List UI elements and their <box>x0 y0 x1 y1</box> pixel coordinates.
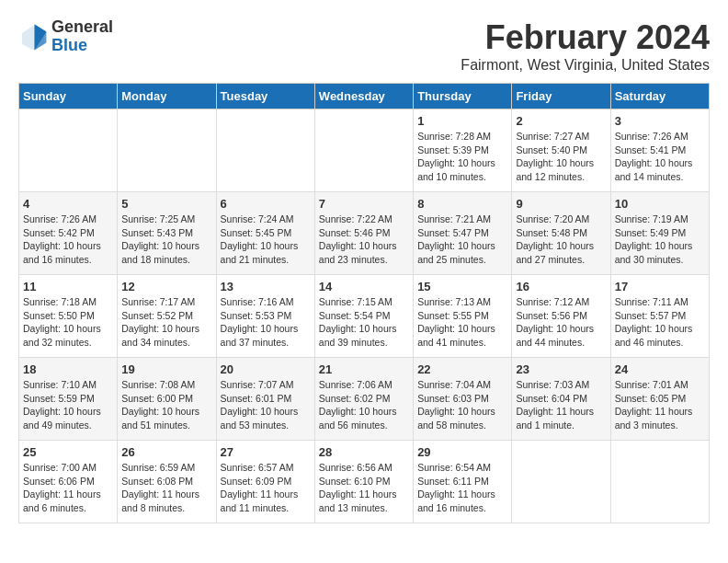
calendar-day-cell <box>610 441 709 523</box>
day-number: 13 <box>221 280 311 293</box>
day-info: Sunrise: 7:19 AMSunset: 5:49 PMDaylight:… <box>615 213 705 267</box>
day-info: Sunrise: 7:03 AMSunset: 6:04 PMDaylight:… <box>516 378 606 432</box>
calendar-day-cell <box>216 109 314 192</box>
calendar-day-cell <box>118 109 216 192</box>
page-header: General Blue February 2024 Fairmont, Wes… <box>18 18 710 74</box>
day-info: Sunrise: 7:10 AMSunset: 5:59 PMDaylight:… <box>23 378 113 432</box>
day-info: Sunrise: 7:08 AMSunset: 6:00 PMDaylight:… <box>121 378 211 432</box>
day-header: Friday <box>512 84 610 109</box>
day-number: 21 <box>319 362 409 376</box>
calendar-day-cell: 10Sunrise: 7:19 AMSunset: 5:49 PMDayligh… <box>610 192 709 275</box>
day-number: 17 <box>615 280 705 293</box>
day-number: 5 <box>121 197 211 211</box>
calendar-day-cell: 8Sunrise: 7:21 AMSunset: 5:47 PMDaylight… <box>414 192 512 275</box>
day-number: 15 <box>417 280 507 293</box>
day-info: Sunrise: 7:13 AMSunset: 5:55 PMDaylight:… <box>417 295 507 350</box>
day-info: Sunrise: 7:07 AMSunset: 6:01 PMDaylight:… <box>221 378 311 432</box>
day-number: 19 <box>121 362 211 376</box>
calendar-day-cell: 27Sunrise: 6:57 AMSunset: 6:09 PMDayligh… <box>216 441 314 523</box>
logo-icon <box>18 22 48 52</box>
day-info: Sunrise: 7:28 AMSunset: 5:39 PMDaylight:… <box>417 130 507 184</box>
day-info: Sunrise: 7:22 AMSunset: 5:46 PMDaylight:… <box>319 213 409 267</box>
calendar-day-cell: 21Sunrise: 7:06 AMSunset: 6:02 PMDayligh… <box>314 358 413 441</box>
calendar-day-cell <box>512 441 610 523</box>
day-info: Sunrise: 7:26 AMSunset: 5:42 PMDaylight:… <box>23 213 113 267</box>
day-number: 9 <box>516 197 606 211</box>
calendar-day-cell: 7Sunrise: 7:22 AMSunset: 5:46 PMDaylight… <box>314 192 413 275</box>
day-number: 27 <box>221 445 311 459</box>
calendar-day-cell: 25Sunrise: 7:00 AMSunset: 6:06 PMDayligh… <box>19 441 118 523</box>
day-number: 12 <box>121 280 211 293</box>
day-number: 26 <box>121 445 211 459</box>
calendar-day-cell <box>314 109 413 192</box>
calendar-day-cell: 23Sunrise: 7:03 AMSunset: 6:04 PMDayligh… <box>512 358 610 441</box>
day-info: Sunrise: 7:20 AMSunset: 5:48 PMDaylight:… <box>516 213 606 267</box>
month-title: February 2024 <box>461 18 710 57</box>
day-number: 28 <box>319 445 409 459</box>
calendar-day-cell: 3Sunrise: 7:26 AMSunset: 5:41 PMDaylight… <box>610 109 709 192</box>
calendar-day-cell: 11Sunrise: 7:18 AMSunset: 5:50 PMDayligh… <box>19 275 118 358</box>
location: Fairmont, West Virginia, United States <box>461 57 710 74</box>
day-info: Sunrise: 7:15 AMSunset: 5:54 PMDaylight:… <box>319 295 409 350</box>
day-header: Sunday <box>19 84 118 109</box>
day-number: 10 <box>615 197 705 211</box>
day-header: Monday <box>118 84 216 109</box>
day-number: 7 <box>319 197 409 211</box>
day-info: Sunrise: 7:06 AMSunset: 6:02 PMDaylight:… <box>319 378 409 432</box>
calendar-day-cell: 18Sunrise: 7:10 AMSunset: 5:59 PMDayligh… <box>19 358 118 441</box>
day-info: Sunrise: 7:12 AMSunset: 5:56 PMDaylight:… <box>516 295 606 350</box>
logo-text: General Blue <box>51 18 113 55</box>
day-info: Sunrise: 7:16 AMSunset: 5:53 PMDaylight:… <box>221 295 311 350</box>
calendar-day-cell: 19Sunrise: 7:08 AMSunset: 6:00 PMDayligh… <box>118 358 216 441</box>
calendar-table: SundayMondayTuesdayWednesdayThursdayFrid… <box>18 83 710 523</box>
calendar-day-cell: 20Sunrise: 7:07 AMSunset: 6:01 PMDayligh… <box>216 358 314 441</box>
calendar-day-cell: 16Sunrise: 7:12 AMSunset: 5:56 PMDayligh… <box>512 275 610 358</box>
calendar-day-cell: 28Sunrise: 6:56 AMSunset: 6:10 PMDayligh… <box>314 441 413 523</box>
day-header: Thursday <box>414 84 512 109</box>
day-number: 23 <box>516 362 606 376</box>
day-header: Tuesday <box>216 84 314 109</box>
day-info: Sunrise: 6:59 AMSunset: 6:08 PMDaylight:… <box>121 461 211 515</box>
day-number: 29 <box>417 445 507 459</box>
day-info: Sunrise: 7:27 AMSunset: 5:40 PMDaylight:… <box>516 130 606 184</box>
calendar-day-cell: 9Sunrise: 7:20 AMSunset: 5:48 PMDaylight… <box>512 192 610 275</box>
logo: General Blue <box>18 18 113 55</box>
day-info: Sunrise: 7:24 AMSunset: 5:45 PMDaylight:… <box>221 213 311 267</box>
day-header: Wednesday <box>314 84 413 109</box>
calendar-day-cell: 24Sunrise: 7:01 AMSunset: 6:05 PMDayligh… <box>610 358 709 441</box>
calendar-day-cell <box>19 109 118 192</box>
day-number: 16 <box>516 280 606 293</box>
day-info: Sunrise: 7:26 AMSunset: 5:41 PMDaylight:… <box>615 130 705 184</box>
calendar-day-cell: 6Sunrise: 7:24 AMSunset: 5:45 PMDaylight… <box>216 192 314 275</box>
calendar-day-cell: 17Sunrise: 7:11 AMSunset: 5:57 PMDayligh… <box>610 275 709 358</box>
day-number: 11 <box>23 280 113 293</box>
calendar-day-cell: 4Sunrise: 7:26 AMSunset: 5:42 PMDaylight… <box>19 192 118 275</box>
day-number: 18 <box>23 362 113 376</box>
day-info: Sunrise: 7:01 AMSunset: 6:05 PMDaylight:… <box>615 378 705 432</box>
calendar-day-cell: 15Sunrise: 7:13 AMSunset: 5:55 PMDayligh… <box>414 275 512 358</box>
day-number: 25 <box>23 445 113 459</box>
day-number: 24 <box>615 362 705 376</box>
calendar-day-cell: 14Sunrise: 7:15 AMSunset: 5:54 PMDayligh… <box>314 275 413 358</box>
day-number: 22 <box>417 362 507 376</box>
calendar-week-row: 1Sunrise: 7:28 AMSunset: 5:39 PMDaylight… <box>19 109 710 192</box>
calendar-day-cell: 22Sunrise: 7:04 AMSunset: 6:03 PMDayligh… <box>414 358 512 441</box>
calendar-week-row: 25Sunrise: 7:00 AMSunset: 6:06 PMDayligh… <box>19 441 710 523</box>
calendar-day-cell: 2Sunrise: 7:27 AMSunset: 5:40 PMDaylight… <box>512 109 610 192</box>
calendar-day-cell: 1Sunrise: 7:28 AMSunset: 5:39 PMDaylight… <box>414 109 512 192</box>
day-number: 20 <box>221 362 311 376</box>
title-block: February 2024 Fairmont, West Virginia, U… <box>461 18 710 74</box>
day-number: 3 <box>615 114 705 128</box>
day-number: 4 <box>23 197 113 211</box>
day-info: Sunrise: 6:57 AMSunset: 6:09 PMDaylight:… <box>221 461 311 515</box>
day-number: 8 <box>417 197 507 211</box>
day-header: Saturday <box>610 84 709 109</box>
day-info: Sunrise: 7:00 AMSunset: 6:06 PMDaylight:… <box>23 461 113 515</box>
day-info: Sunrise: 7:18 AMSunset: 5:50 PMDaylight:… <box>23 295 113 350</box>
day-info: Sunrise: 6:56 AMSunset: 6:10 PMDaylight:… <box>319 461 409 515</box>
day-info: Sunrise: 7:11 AMSunset: 5:57 PMDaylight:… <box>615 295 705 350</box>
day-info: Sunrise: 6:54 AMSunset: 6:11 PMDaylight:… <box>417 461 507 515</box>
day-info: Sunrise: 7:25 AMSunset: 5:43 PMDaylight:… <box>121 213 211 267</box>
calendar-week-row: 18Sunrise: 7:10 AMSunset: 5:59 PMDayligh… <box>19 358 710 441</box>
day-info: Sunrise: 7:17 AMSunset: 5:52 PMDaylight:… <box>121 295 211 350</box>
